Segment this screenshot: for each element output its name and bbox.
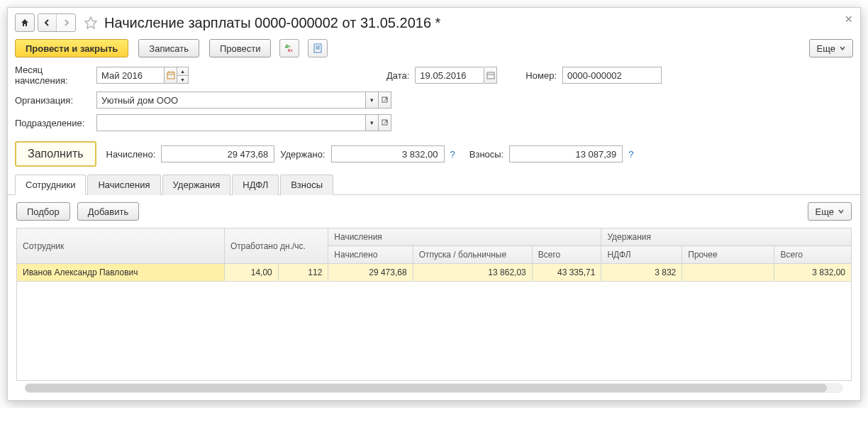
th-employee[interactable]: Сотрудник [17,228,225,264]
th-total2[interactable]: Всего [774,246,852,264]
withheld-value: 3 832,00 [331,145,445,162]
th-other[interactable]: Прочее [682,246,774,264]
tab-ndfl[interactable]: НДФЛ [232,175,279,195]
back-button[interactable] [38,14,57,31]
withheld-help-icon[interactable]: ? [450,149,455,160]
date-input[interactable]: 19.05.2016 [415,67,484,84]
cell-vacation: 13 862,03 [413,264,532,282]
th-accrued[interactable]: Начислено [328,246,413,264]
favorite-star-icon[interactable] [83,15,99,31]
tab-employees[interactable]: Сотрудники [15,175,86,195]
more-button-top[interactable]: Еще [809,39,853,57]
cell-employee: Иванов Александр Павлович [17,264,225,282]
cell-days: 14,00 [224,264,278,282]
number-label: Номер: [525,70,557,81]
horizontal-scrollbar[interactable] [25,383,843,393]
tab-contrib[interactable]: Взносы [280,175,333,195]
org-label: Организация: [15,95,96,106]
close-icon[interactable]: ✕ [845,13,853,25]
dept-input[interactable] [96,114,366,131]
dept-dropdown-button[interactable]: ▾ [366,114,379,131]
debit-credit-icon[interactable]: ДтКт [279,39,299,57]
dept-label: Подразделение: [15,118,96,128]
th-deductions-group[interactable]: Удержания [601,228,852,246]
withheld-label: Удержано: [280,149,325,160]
date-calendar-icon[interactable] [484,67,497,84]
employees-table: Сотрудник Отработано дн./чс. Начисления … [16,228,852,282]
svg-rect-10 [487,72,494,79]
post-and-close-button[interactable]: Провести и закрыть [15,39,128,57]
contrib-label: Взносы: [469,149,504,160]
calendar-icon[interactable] [165,67,177,84]
th-total1[interactable]: Всего [532,246,601,264]
pick-button[interactable]: Подбор [16,202,70,221]
cell-hours: 112 [278,264,328,282]
more-label: Еще [817,43,835,54]
accrued-label: Начислено: [106,149,156,160]
more-button-sub[interactable]: Еще [808,202,852,221]
month-input[interactable]: Май 2016 [96,67,165,84]
svg-rect-8 [169,71,169,73]
tab-deductions[interactable]: Удержания [162,175,231,195]
fill-button[interactable]: Заполнить [15,141,96,167]
th-ndfl[interactable]: НДФЛ [601,246,682,264]
contrib-value: 13 087,39 [509,145,623,162]
th-vacation[interactable]: Отпуска / больничные [413,246,532,264]
chevron-down-icon [840,45,845,51]
cell-total-acc: 43 335,71 [532,264,601,282]
accrued-value: 29 473,68 [161,145,274,162]
document-icon[interactable] [308,39,328,57]
forward-button [57,14,75,31]
org-dropdown-button[interactable]: ▾ [366,92,379,109]
add-button[interactable]: Добавить [77,202,139,221]
number-input[interactable]: 0000-000002 [562,67,662,84]
svg-rect-2 [314,44,321,53]
chevron-down-icon [838,209,844,214]
org-input[interactable]: Уютный дом ООО [96,92,366,109]
page-title: Начисление зарплаты 0000-000002 от 31.05… [104,15,440,31]
contrib-help-icon[interactable]: ? [628,149,633,160]
tab-accruals[interactable]: Начисления [87,175,160,195]
month-up-button[interactable]: ▲ [177,67,189,75]
home-button[interactable] [15,13,35,32]
more-sub-label: Еще [816,206,834,217]
svg-rect-6 [167,72,174,79]
table-empty-area [16,282,852,381]
th-accruals-group[interactable]: Начисления [328,228,601,246]
cell-accrued: 29 473,68 [328,264,413,282]
month-down-button[interactable]: ▼ [177,75,189,84]
th-worked[interactable]: Отработано дн./чс. [224,228,328,264]
cell-ndfl: 3 832 [601,264,682,282]
month-label: Месяц начисления: [15,65,96,86]
dept-open-button[interactable] [379,114,391,131]
save-button[interactable]: Записать [138,39,199,57]
date-label: Дата: [386,70,409,81]
svg-rect-9 [172,71,173,73]
cell-total-ded: 3 832,00 [774,264,852,282]
org-open-button[interactable] [379,92,391,109]
table-row[interactable]: Иванов Александр Павлович 14,00 112 29 4… [17,264,852,282]
svg-text:Кт: Кт [288,48,293,53]
cell-other [682,264,774,282]
post-button[interactable]: Провести [209,39,272,57]
